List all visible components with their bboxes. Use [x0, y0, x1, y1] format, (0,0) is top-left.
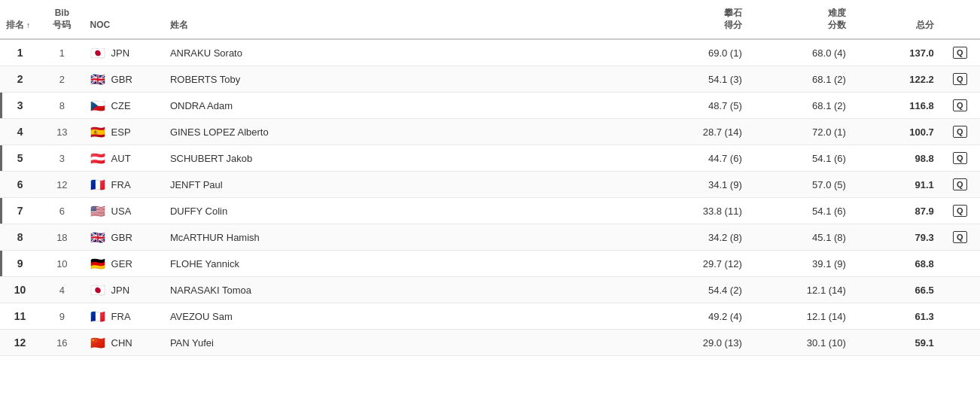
noc-text: USA	[111, 206, 132, 217]
bib-cell: 10	[40, 251, 84, 277]
flag-icon: 🇨🇿	[90, 100, 105, 111]
difficulty-score-cell: 68.1 (2)	[748, 66, 852, 93]
boulder-score-cell: 33.8 (11)	[644, 198, 748, 224]
boulder-score-cell: 34.1 (9)	[644, 172, 748, 198]
table-body: 11🇯🇵JPNANRAKU Sorato69.0 (1)68.0 (4)137.…	[0, 39, 980, 356]
noc-cell: 🇨🇳CHN	[84, 330, 164, 356]
rank-cell: 3	[0, 93, 40, 119]
flag-icon: 🇯🇵	[90, 285, 105, 295]
table-row: 104🇯🇵JPNNARASAKI Tomoa54.4 (2)12.1 (14)6…	[0, 277, 980, 303]
noc-cell: 🇪🇸ESP	[84, 119, 164, 145]
noc-text: FRA	[111, 179, 131, 190]
flag-icon: 🇫🇷	[90, 311, 105, 321]
table-row: 119🇫🇷FRAAVEZOU Sam49.2 (4)12.1 (14)61.3	[0, 303, 980, 330]
total-score-cell: 79.3	[852, 224, 940, 251]
difficulty-score-cell: 12.1 (14)	[748, 277, 852, 303]
left-bar-indicator	[0, 145, 2, 171]
name-header: 姓名	[164, 0, 644, 39]
rank-cell: 2	[0, 66, 40, 93]
qualified-badge: Q	[953, 99, 967, 111]
boulder-score-cell: 69.0 (1)	[644, 39, 748, 66]
boulder-score-cell: 54.1 (3)	[644, 66, 748, 93]
boulder-score-cell: 29.7 (12)	[644, 251, 748, 277]
name-cell: ONDRA Adam	[164, 93, 644, 119]
table-row: 910🇩🇪GERFLOHE Yannick29.7 (12)39.1 (9)68…	[0, 251, 980, 277]
total-score-cell: 87.9	[852, 198, 940, 224]
qualified-badge-cell: Q	[940, 224, 980, 251]
name-cell: FLOHE Yannick	[164, 251, 644, 277]
difficulty-score-cell: 68.0 (4)	[748, 39, 852, 66]
rank-cell: 5	[0, 145, 40, 172]
flag-icon: 🇪🇸	[90, 126, 105, 137]
total-header: 总分	[852, 0, 940, 39]
boulder-score-cell: 49.2 (4)	[644, 303, 748, 330]
name-cell: SCHUBERT Jakob	[164, 145, 644, 172]
left-bar-indicator	[0, 251, 2, 276]
difficulty-score-cell: 68.1 (2)	[748, 93, 852, 119]
name-cell: JENFT Paul	[164, 172, 644, 198]
name-cell: ROBERTS Toby	[164, 66, 644, 93]
qualified-badge: Q	[953, 178, 967, 190]
qualified-badge-cell	[940, 303, 980, 330]
rank-cell: 6	[0, 172, 40, 198]
noc-cell: 🇯🇵JPN	[84, 39, 164, 66]
table-row: 818🇬🇧GBRMcARTHUR Hamish34.2 (8)45.1 (8)7…	[0, 224, 980, 251]
total-score-cell: 98.8	[852, 145, 940, 172]
table-row: 1216🇨🇳CHNPAN Yufei29.0 (13)30.1 (10)59.1	[0, 330, 980, 356]
rank-cell: 9	[0, 251, 40, 277]
noc-cell: 🇦🇹AUT	[84, 145, 164, 172]
name-cell: AVEZOU Sam	[164, 303, 644, 330]
sort-arrow-icon: ↑	[26, 20, 30, 30]
bib-cell: 3	[40, 145, 84, 172]
bib-cell: 2	[40, 66, 84, 93]
name-cell: NARASAKI Tomoa	[164, 277, 644, 303]
results-table: 排名 ↑ Bib号码 NOC 姓名 攀石得分 难度分数	[0, 0, 980, 356]
name-cell: McARTHUR Hamish	[164, 224, 644, 251]
total-score-cell: 122.2	[852, 66, 940, 93]
noc-cell: 🇩🇪GER	[84, 251, 164, 277]
qualified-badge: Q	[953, 47, 967, 59]
qualified-badge-cell: Q	[940, 93, 980, 119]
flag-icon: 🇫🇷	[90, 179, 105, 190]
boulder-score-cell: 44.7 (6)	[644, 145, 748, 172]
boulder-score-header: 攀石得分	[644, 0, 748, 39]
name-cell: DUFFY Colin	[164, 198, 644, 224]
difficulty-score-cell: 39.1 (9)	[748, 251, 852, 277]
flag-icon: 🇯🇵	[90, 47, 105, 58]
qualified-badge-cell: Q	[940, 39, 980, 66]
rank-header[interactable]: 排名 ↑	[0, 0, 40, 39]
bib-cell: 12	[40, 172, 84, 198]
table-row: 76🇺🇸USADUFFY Colin33.8 (11)54.1 (6)87.9Q	[0, 198, 980, 224]
noc-text: CZE	[111, 100, 131, 111]
qualified-badge-cell: Q	[940, 145, 980, 172]
bib-cell: 1	[40, 39, 84, 66]
difficulty-score-cell: 54.1 (6)	[748, 145, 852, 172]
table-row: 53🇦🇹AUTSCHUBERT Jakob44.7 (6)54.1 (6)98.…	[0, 145, 980, 172]
rank-cell: 10	[0, 277, 40, 303]
rank-cell: 11	[0, 303, 40, 330]
total-score-cell: 91.1	[852, 172, 940, 198]
qualified-badge: Q	[953, 73, 967, 85]
total-score-cell: 116.8	[852, 93, 940, 119]
bib-cell: 8	[40, 93, 84, 119]
noc-header: NOC	[84, 0, 164, 39]
difficulty-score-cell: 45.1 (8)	[748, 224, 852, 251]
bib-cell: 18	[40, 224, 84, 251]
difficulty-score-cell: 54.1 (6)	[748, 198, 852, 224]
bib-cell: 9	[40, 303, 84, 330]
flag-icon: 🇺🇸	[90, 206, 105, 216]
qualified-badge-cell: Q	[940, 66, 980, 93]
name-cell: GINES LOPEZ Alberto	[164, 119, 644, 145]
qualified-badge: Q	[953, 231, 967, 243]
table-header-row: 排名 ↑ Bib号码 NOC 姓名 攀石得分 难度分数	[0, 0, 980, 39]
noc-text: CHN	[111, 337, 132, 349]
qualified-badge-cell	[940, 277, 980, 303]
bib-cell: 16	[40, 330, 84, 356]
rank-cell: 1	[0, 39, 40, 66]
boulder-score-cell: 28.7 (14)	[644, 119, 748, 145]
qualified-badge-cell	[940, 330, 980, 356]
table-row: 612🇫🇷FRAJENFT Paul34.1 (9)57.0 (5)91.1Q	[0, 172, 980, 198]
qualified-header	[940, 0, 980, 39]
bib-cell: 4	[40, 277, 84, 303]
difficulty-score-cell: 57.0 (5)	[748, 172, 852, 198]
